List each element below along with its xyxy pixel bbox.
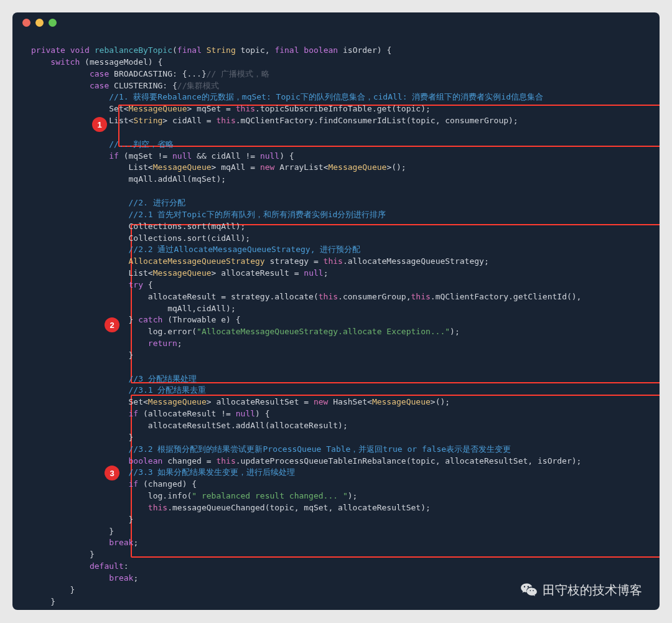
keyword: final — [274, 45, 299, 55]
code-text: log.error( — [31, 327, 197, 336]
code-text: (mqSet != — [119, 151, 172, 161]
code-text: (allocateResult != — [138, 409, 236, 418]
code-text: allocateResult = strategy.allocate( — [31, 292, 319, 301]
code-text: && cidAll != — [192, 151, 260, 161]
maximize-icon[interactable] — [49, 19, 57, 27]
keyword: new — [314, 397, 328, 406]
keyword: this — [411, 292, 431, 301]
keyword: break — [31, 538, 133, 547]
code-text: { — [143, 280, 153, 289]
keyword: boolean — [304, 45, 338, 55]
code-text: strategy = — [265, 256, 324, 266]
code-text: > allocateResultSet = — [207, 397, 314, 406]
keyword: this — [236, 104, 255, 113]
string: "AllocateMessageQueueStrategy.allocate E… — [197, 327, 450, 336]
code-text: } — [31, 433, 133, 442]
code-text: > cidAll = — [162, 116, 216, 125]
code-text: .allocateMessageQueueStrategy; — [343, 256, 489, 266]
comment: // 广播模式，略 — [207, 69, 269, 78]
comment: //集群模式 — [177, 81, 220, 90]
keyword: new — [260, 162, 274, 172]
keyword: default — [31, 561, 124, 571]
keyword: try — [31, 280, 143, 289]
code-text: > mqSet = — [187, 104, 235, 113]
keyword: break — [31, 573, 133, 583]
code-text: .mQClientFactory.getClientId(), — [431, 292, 582, 301]
code-text: HashSet< — [328, 397, 371, 406]
code-text: mqAll,cidAll); — [31, 304, 236, 313]
code-text: > allocateResult = — [212, 268, 304, 278]
keyword: null — [172, 151, 192, 161]
code-text: log.info( — [31, 491, 192, 500]
code-text: } — [31, 515, 133, 524]
keyword: if — [31, 409, 138, 418]
code-text: } — [31, 527, 114, 536]
minimize-icon[interactable] — [35, 19, 44, 27]
type: MessageQueue — [129, 104, 187, 113]
comment: //2.2 通过AllocateMessageQueueStrategy, 进行… — [31, 245, 360, 254]
close-icon[interactable] — [22, 19, 30, 27]
code-text: > mqAll = — [212, 162, 260, 172]
code-text: .topicSubscribeInfoTable.get(topic); — [255, 104, 431, 113]
keyword: null — [304, 268, 323, 278]
code-text: } — [31, 315, 138, 324]
code-text: List< — [31, 268, 153, 278]
code-text: (Throwable e) { — [162, 315, 240, 324]
type: String — [207, 45, 236, 55]
code-text: } — [31, 585, 75, 594]
keyword: catch — [138, 315, 162, 324]
comment: //3.1 分配结果去重 — [31, 385, 207, 395]
keyword: if — [31, 479, 138, 489]
code-text: topic, — [236, 45, 275, 55]
wechat-icon — [520, 581, 538, 599]
code-text: mqAll.addAll(mqSet); — [31, 174, 226, 184]
comment: //3.3 如果分配结果发生变更，进行后续处理 — [31, 467, 296, 477]
type: MessageQueue — [328, 162, 386, 172]
code-text: >(); — [431, 397, 450, 406]
code-text: ; — [133, 573, 138, 583]
code-text: changed = — [162, 456, 216, 466]
code-text: .updateProcessQueueTableInRebalance(topi… — [236, 456, 582, 466]
keyword: this — [148, 503, 167, 512]
code-text: ; — [177, 339, 182, 348]
titlebar — [12, 12, 660, 32]
code-text: ; — [133, 538, 138, 547]
code-text: : — [124, 561, 129, 571]
code-window: 1 2 3 private void rebalanceByTopic(fina… — [12, 12, 660, 610]
string: " rebalanced result changed... " — [192, 491, 347, 500]
code-text: ( — [172, 45, 177, 55]
comment: //1. 获得要Rebalance的元数据，mqSet: Topic下的队列信息… — [31, 92, 543, 101]
type: MessageQueue — [148, 397, 207, 406]
keyword: this — [324, 256, 343, 266]
keyword: private — [31, 45, 65, 55]
keyword: this — [216, 116, 235, 125]
code-text: List< — [31, 162, 153, 172]
type: MessageQueue — [153, 162, 212, 172]
type: MessageQueue — [372, 397, 431, 406]
code-text: CLUSTERING: { — [109, 81, 177, 90]
keyword: final — [177, 45, 202, 55]
keyword: null — [260, 151, 279, 161]
code-text: >(); — [386, 162, 406, 172]
keyword: case — [31, 69, 109, 78]
comment: //3 分配结果处理 — [31, 374, 197, 383]
watermark: 田守枝的技术博客 — [520, 581, 642, 599]
code-text: .messageQueueChanged(topic, mqSet, alloc… — [167, 503, 431, 512]
keyword: boolean — [31, 456, 162, 466]
code-text: Set< — [31, 397, 148, 406]
comment: //2.1 首先对Topic下的所有队列，和所有消费者实例id分别进行排序 — [31, 210, 386, 219]
code-text: ) { — [279, 151, 294, 161]
code-text: (messageModel) { — [80, 57, 162, 67]
comment: //3.2 根据预分配到的结果尝试更新ProcessQueue Table，并返… — [31, 444, 511, 454]
code-text: List< — [31, 116, 133, 125]
keyword: this — [216, 456, 235, 466]
code-text: Collections.sort(mqAll); — [31, 222, 245, 231]
code-text: ) { — [255, 409, 269, 418]
comment: //...判空，省略 — [31, 139, 174, 149]
code-content: private void rebalanceByTopic(final Stri… — [12, 32, 660, 610]
type: String — [133, 116, 162, 125]
code-text: .consumerGroup, — [338, 292, 411, 301]
function-name: rebalanceByTopic — [95, 45, 172, 55]
keyword: null — [236, 409, 255, 418]
code-text: allocateResultSet.addAll(allocateResult)… — [31, 421, 348, 430]
